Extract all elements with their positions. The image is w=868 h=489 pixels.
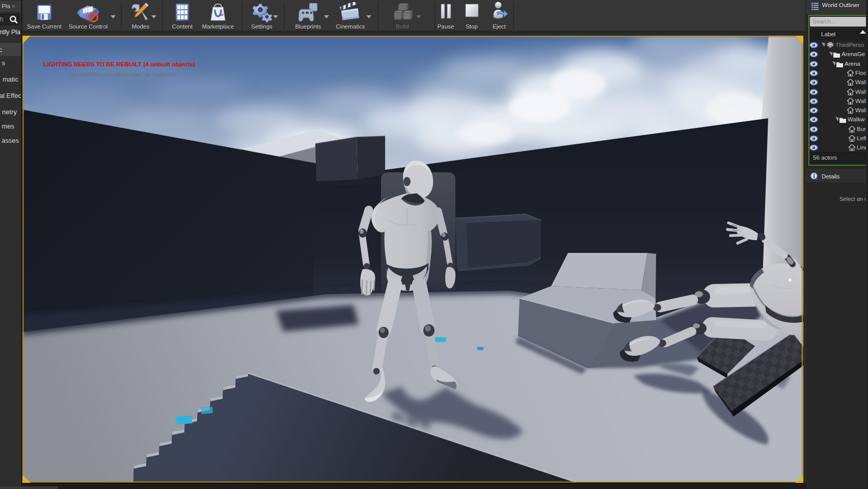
svg-text:LIGHTING NEEDS TO BE REBUILT (: LIGHTING NEEDS TO BE REBUILT (4 unbuilt … xyxy=(43,61,195,68)
svg-text:'DisableAllScreenMessages' to: 'DisableAllScreenMessages' to suppress xyxy=(68,71,176,78)
